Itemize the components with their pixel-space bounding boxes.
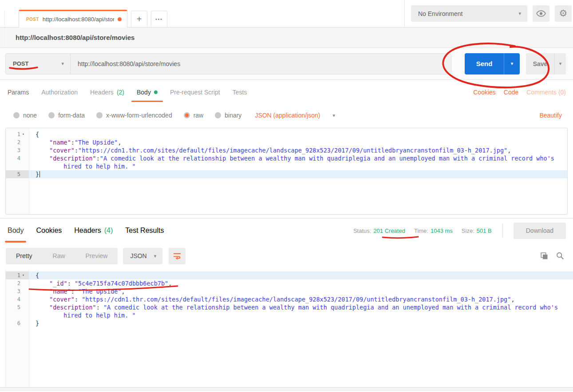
- tab-authorization[interactable]: Authorization: [41, 80, 78, 104]
- fold-caret-icon[interactable]: ▾: [20, 271, 26, 279]
- radio-raw[interactable]: raw: [184, 112, 204, 119]
- new-tab-button[interactable]: +: [131, 11, 147, 27]
- tab-body[interactable]: Body: [137, 80, 158, 104]
- cookies-link[interactable]: Cookies: [473, 89, 496, 96]
- json-key: "description": [49, 304, 96, 311]
- chevron-down-icon: ▾: [154, 254, 157, 259]
- response-view-switch: Pretty Raw Preview: [6, 248, 118, 264]
- download-button[interactable]: Download: [514, 223, 566, 239]
- radio-form-data[interactable]: form-data: [48, 112, 85, 119]
- tab-pre-request-label: Pre-request Script: [170, 89, 220, 96]
- radio-binary[interactable]: binary: [215, 112, 241, 119]
- code-line: 3 "name": "The Upside",: [6, 287, 573, 295]
- divider: [502, 223, 503, 238]
- fold-caret-icon[interactable]: ▾: [20, 130, 26, 138]
- size-badge: Size: 501 B: [462, 227, 492, 234]
- response-tab-test-results[interactable]: Test Results: [125, 219, 164, 243]
- response-tab-headers[interactable]: Headers (4): [74, 219, 113, 243]
- status-label: Status:: [353, 227, 371, 234]
- code-line: 1▾ {: [6, 271, 573, 279]
- tab-body-label: Body: [137, 89, 151, 96]
- ellipsis-icon: •••: [155, 17, 163, 22]
- tab-headers-label: Headers: [90, 89, 114, 96]
- response-tab-headers-label: Headers: [74, 227, 101, 235]
- chevron-down-icon: ▾: [332, 113, 335, 118]
- save-button[interactable]: Save: [526, 53, 554, 74]
- tab-headers[interactable]: Headers (2): [90, 80, 124, 104]
- view-raw-button[interactable]: Raw: [43, 252, 75, 259]
- method-selector[interactable]: POST ▾: [6, 54, 71, 74]
- tab-strip: POST http://localhost:8080/api/store/ + …: [0, 0, 167, 27]
- response-format-selector[interactable]: JSON ▾: [123, 248, 162, 264]
- view-preview-button[interactable]: Preview: [75, 252, 118, 259]
- content-type-selector[interactable]: JSON (application/json) ▾: [255, 112, 335, 119]
- code-line: 5 }: [6, 170, 567, 178]
- content-type-value: JSON (application/json): [255, 112, 320, 119]
- radio-x-www-form-urlencoded[interactable]: x-www-form-urlencoded: [96, 112, 172, 119]
- gear-icon: ⚙: [559, 9, 568, 18]
- comments-link[interactable]: Comments (0): [526, 89, 566, 96]
- settings-button[interactable]: ⚙: [555, 5, 572, 22]
- response-status-group: Status: 201 Created Time: 1043 ms Size: …: [353, 223, 566, 239]
- tab-params[interactable]: Params: [8, 80, 29, 104]
- response-tab-body[interactable]: Body: [8, 219, 24, 243]
- code-line: 6 }: [6, 319, 573, 327]
- tab-options-button[interactable]: •••: [151, 11, 167, 27]
- send-options-button[interactable]: ▾: [504, 53, 520, 74]
- code-text: {: [36, 131, 39, 138]
- environment-quick-look-button[interactable]: [533, 5, 549, 22]
- response-headers-count-badge: (4): [104, 227, 113, 235]
- response-meta-bar: Body Cookies Headers (4) Test Results St…: [0, 218, 573, 243]
- code-text: }: [36, 320, 39, 327]
- json-value: "The Upside": [78, 288, 122, 295]
- request-title: http://localhost:8080/api/store/movies: [16, 34, 134, 41]
- top-bar: POST http://localhost:8080/api/store/ + …: [0, 0, 573, 27]
- copy-icon[interactable]: [541, 252, 548, 260]
- request-tab[interactable]: POST http://localhost:8080/api/store/: [19, 10, 127, 27]
- window-bottom-strip: [0, 387, 573, 391]
- line-number: 1: [14, 130, 20, 138]
- view-pretty-button[interactable]: Pretty: [6, 252, 43, 259]
- response-tab-body-label: Body: [8, 227, 24, 235]
- response-tools: [541, 252, 564, 260]
- code-text: {: [36, 272, 39, 279]
- radio-none[interactable]: none: [13, 112, 37, 119]
- tab-method-label: POST: [26, 17, 39, 22]
- word-wrap-button[interactable]: [169, 248, 186, 264]
- request-builder: POST ▾ http://localhost:8080/api/store/m…: [0, 48, 573, 80]
- line-number: 3: [14, 146, 20, 154]
- environment-section: No Environment ▾ ⚙: [404, 0, 573, 27]
- code-link[interactable]: Code: [504, 89, 518, 96]
- url-group: POST ▾ http://localhost:8080/api/store/m…: [5, 53, 451, 74]
- json-value: hired to help him. ": [63, 163, 136, 170]
- chevron-down-icon: ▾: [559, 61, 562, 66]
- request-links: Cookies Code Comments (0): [473, 89, 566, 96]
- environment-selector[interactable]: No Environment ▾: [411, 5, 527, 22]
- json-key: "description": [49, 155, 96, 162]
- time-badge: Time: 1043 ms: [414, 227, 453, 234]
- line-number: 4: [14, 295, 20, 303]
- request-title-bar: http://localhost:8080/api/store/movies: [0, 27, 573, 48]
- tab-pre-request-script[interactable]: Pre-request Script: [170, 80, 220, 104]
- response-tab-cookies-label: Cookies: [36, 227, 62, 235]
- request-body-editor[interactable]: 1▾ { 2 "name":"The Upside", 3 "cover":"h…: [5, 128, 568, 215]
- response-tab-cookies[interactable]: Cookies: [36, 219, 62, 243]
- save-options-button[interactable]: ▾: [554, 53, 566, 74]
- json-value: hired to help him. ": [63, 312, 136, 319]
- code-line: 2 "name":"The Upside",: [6, 138, 567, 146]
- chevron-down-icon: ▾: [61, 61, 64, 66]
- search-icon[interactable]: [556, 252, 564, 260]
- url-input[interactable]: http://localhost:8080/api/store/movies: [71, 54, 451, 74]
- response-body-editor[interactable]: 1▾ { 2 "_id": "5c4e715fa74c07dbbb6ecb7b"…: [5, 269, 573, 387]
- line-number: 5: [14, 170, 20, 178]
- beautify-link[interactable]: Beautify: [539, 112, 562, 119]
- radio-none-label: none: [23, 112, 37, 119]
- json-value: "https://cdn1.thr.com/sites/default/file…: [78, 147, 507, 154]
- json-key: "name": [49, 139, 71, 146]
- json-value: "The Upside": [75, 139, 118, 146]
- code-line: 4 "description":"A comedic look at the r…: [6, 154, 567, 162]
- tab-tests[interactable]: Tests: [233, 80, 247, 104]
- send-button[interactable]: Send: [465, 53, 504, 74]
- line-number: 2: [14, 279, 20, 287]
- plus-icon: +: [137, 14, 142, 24]
